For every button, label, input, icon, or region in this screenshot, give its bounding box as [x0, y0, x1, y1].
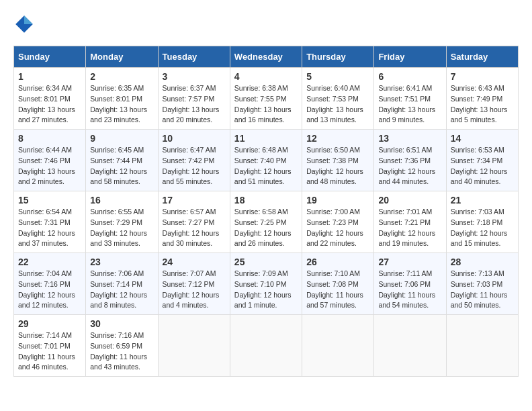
page-header: [13, 13, 519, 35]
day-number: 12: [306, 133, 369, 144]
day-info: Sunrise: 6:55 AM Sunset: 7:29 PM Dayligh…: [90, 207, 153, 249]
day-info: Sunrise: 7:14 AM Sunset: 7:01 PM Dayligh…: [18, 330, 81, 373]
weekday-header-thursday: Thursday: [302, 46, 374, 68]
logo: [13, 13, 38, 35]
day-number: 23: [90, 257, 153, 267]
day-number: 28: [451, 257, 514, 267]
day-number: 13: [378, 133, 441, 144]
day-info: Sunrise: 7:04 AM Sunset: 7:16 PM Dayligh…: [18, 269, 81, 311]
calendar-week-3: 15Sunrise: 6:54 AM Sunset: 7:31 PM Dayli…: [14, 191, 519, 253]
calendar-cell: 19Sunrise: 7:00 AM Sunset: 7:23 PM Dayli…: [302, 191, 374, 253]
calendar-cell: 3Sunrise: 6:37 AM Sunset: 7:57 PM Daylig…: [158, 68, 230, 130]
day-number: 20: [378, 195, 441, 205]
calendar-cell: 17Sunrise: 6:57 AM Sunset: 7:27 PM Dayli…: [158, 191, 230, 253]
day-info: Sunrise: 7:06 AM Sunset: 7:14 PM Dayligh…: [90, 269, 153, 311]
calendar-cell: 27Sunrise: 7:11 AM Sunset: 7:06 PM Dayli…: [374, 253, 446, 315]
day-info: Sunrise: 7:09 AM Sunset: 7:10 PM Dayligh…: [234, 269, 298, 311]
day-number: 24: [163, 257, 226, 267]
calendar-cell: 28Sunrise: 7:13 AM Sunset: 7:03 PM Dayli…: [446, 253, 518, 315]
calendar-cell: 26Sunrise: 7:10 AM Sunset: 7:08 PM Dayli…: [302, 253, 374, 315]
calendar-header: SundayMondayTuesdayWednesdayThursdayFrid…: [14, 46, 519, 68]
day-number: 29: [18, 318, 81, 329]
day-number: 19: [306, 195, 369, 205]
day-info: Sunrise: 6:38 AM Sunset: 7:55 PM Dayligh…: [234, 83, 298, 126]
day-number: 27: [378, 257, 441, 267]
day-number: 16: [90, 195, 153, 205]
day-info: Sunrise: 6:58 AM Sunset: 7:25 PM Dayligh…: [234, 207, 298, 249]
day-info: Sunrise: 6:37 AM Sunset: 7:57 PM Dayligh…: [163, 83, 226, 126]
calendar-cell: [446, 315, 518, 377]
day-number: 3: [163, 71, 226, 82]
day-info: Sunrise: 6:57 AM Sunset: 7:27 PM Dayligh…: [163, 207, 226, 249]
day-info: Sunrise: 6:47 AM Sunset: 7:42 PM Dayligh…: [163, 145, 226, 187]
calendar-cell: 8Sunrise: 6:44 AM Sunset: 7:46 PM Daylig…: [14, 130, 86, 191]
calendar-cell: 11Sunrise: 6:48 AM Sunset: 7:40 PM Dayli…: [230, 130, 302, 191]
calendar-week-4: 22Sunrise: 7:04 AM Sunset: 7:16 PM Dayli…: [14, 253, 519, 315]
logo-icon: [13, 13, 35, 35]
calendar-cell: 2Sunrise: 6:35 AM Sunset: 8:01 PM Daylig…: [86, 68, 158, 130]
day-info: Sunrise: 6:48 AM Sunset: 7:40 PM Dayligh…: [234, 145, 298, 187]
calendar-cell: [158, 315, 230, 377]
day-number: 22: [18, 257, 81, 267]
calendar-cell: 23Sunrise: 7:06 AM Sunset: 7:14 PM Dayli…: [86, 253, 158, 315]
calendar-cell: 29Sunrise: 7:14 AM Sunset: 7:01 PM Dayli…: [14, 315, 86, 377]
day-number: 11: [234, 133, 298, 144]
weekday-header-saturday: Saturday: [446, 46, 518, 68]
svg-marker-1: [24, 15, 33, 24]
calendar-cell: 12Sunrise: 6:50 AM Sunset: 7:38 PM Dayli…: [302, 130, 374, 191]
day-number: 2: [90, 71, 153, 82]
calendar-cell: 25Sunrise: 7:09 AM Sunset: 7:10 PM Dayli…: [230, 253, 302, 315]
day-info: Sunrise: 6:41 AM Sunset: 7:51 PM Dayligh…: [378, 83, 441, 126]
calendar-cell: 18Sunrise: 6:58 AM Sunset: 7:25 PM Dayli…: [230, 191, 302, 253]
day-info: Sunrise: 6:43 AM Sunset: 7:49 PM Dayligh…: [451, 83, 514, 126]
calendar-cell: 30Sunrise: 7:16 AM Sunset: 6:59 PM Dayli…: [86, 315, 158, 377]
day-info: Sunrise: 6:34 AM Sunset: 8:01 PM Dayligh…: [18, 83, 81, 126]
day-number: 17: [163, 195, 226, 205]
calendar-cell: 6Sunrise: 6:41 AM Sunset: 7:51 PM Daylig…: [374, 68, 446, 130]
weekday-header-sunday: Sunday: [14, 46, 86, 68]
day-number: 6: [378, 71, 441, 82]
weekday-header-row: SundayMondayTuesdayWednesdayThursdayFrid…: [14, 46, 519, 68]
day-info: Sunrise: 7:13 AM Sunset: 7:03 PM Dayligh…: [451, 269, 514, 311]
day-number: 18: [234, 195, 298, 205]
day-info: Sunrise: 7:16 AM Sunset: 6:59 PM Dayligh…: [90, 330, 153, 373]
calendar-cell: 5Sunrise: 6:40 AM Sunset: 7:53 PM Daylig…: [302, 68, 374, 130]
day-number: 10: [163, 133, 226, 144]
day-info: Sunrise: 6:54 AM Sunset: 7:31 PM Dayligh…: [18, 207, 81, 249]
calendar-cell: 10Sunrise: 6:47 AM Sunset: 7:42 PM Dayli…: [158, 130, 230, 191]
calendar-cell: 13Sunrise: 6:51 AM Sunset: 7:36 PM Dayli…: [374, 130, 446, 191]
calendar-cell: 20Sunrise: 7:01 AM Sunset: 7:21 PM Dayli…: [374, 191, 446, 253]
calendar-cell: 24Sunrise: 7:07 AM Sunset: 7:12 PM Dayli…: [158, 253, 230, 315]
weekday-header-friday: Friday: [374, 46, 446, 68]
day-info: Sunrise: 6:44 AM Sunset: 7:46 PM Dayligh…: [18, 145, 81, 187]
day-info: Sunrise: 7:10 AM Sunset: 7:08 PM Dayligh…: [306, 269, 369, 311]
day-info: Sunrise: 6:53 AM Sunset: 7:34 PM Dayligh…: [451, 145, 514, 187]
day-number: 15: [18, 195, 81, 205]
day-info: Sunrise: 6:50 AM Sunset: 7:38 PM Dayligh…: [306, 145, 369, 187]
calendar-cell: [374, 315, 446, 377]
calendar-table: SundayMondayTuesdayWednesdayThursdayFrid…: [13, 46, 519, 377]
weekday-header-wednesday: Wednesday: [230, 46, 302, 68]
day-number: 26: [306, 257, 369, 267]
day-info: Sunrise: 7:00 AM Sunset: 7:23 PM Dayligh…: [306, 207, 369, 249]
calendar-cell: 22Sunrise: 7:04 AM Sunset: 7:16 PM Dayli…: [14, 253, 86, 315]
day-number: 21: [451, 195, 514, 205]
day-info: Sunrise: 7:03 AM Sunset: 7:18 PM Dayligh…: [451, 207, 514, 249]
calendar-week-2: 8Sunrise: 6:44 AM Sunset: 7:46 PM Daylig…: [14, 130, 519, 191]
calendar-cell: 4Sunrise: 6:38 AM Sunset: 7:55 PM Daylig…: [230, 68, 302, 130]
calendar-cell: 21Sunrise: 7:03 AM Sunset: 7:18 PM Dayli…: [446, 191, 518, 253]
weekday-header-monday: Monday: [86, 46, 158, 68]
calendar-cell: 9Sunrise: 6:45 AM Sunset: 7:44 PM Daylig…: [86, 130, 158, 191]
day-number: 14: [451, 133, 514, 144]
calendar-cell: [230, 315, 302, 377]
calendar-body: 1Sunrise: 6:34 AM Sunset: 8:01 PM Daylig…: [14, 68, 519, 377]
calendar-cell: 15Sunrise: 6:54 AM Sunset: 7:31 PM Dayli…: [14, 191, 86, 253]
day-number: 25: [234, 257, 298, 267]
calendar-cell: 16Sunrise: 6:55 AM Sunset: 7:29 PM Dayli…: [86, 191, 158, 253]
day-info: Sunrise: 6:35 AM Sunset: 8:01 PM Dayligh…: [90, 83, 153, 126]
calendar-cell: 1Sunrise: 6:34 AM Sunset: 8:01 PM Daylig…: [14, 68, 86, 130]
calendar-week-5: 29Sunrise: 7:14 AM Sunset: 7:01 PM Dayli…: [14, 315, 519, 377]
calendar-cell: 14Sunrise: 6:53 AM Sunset: 7:34 PM Dayli…: [446, 130, 518, 191]
day-number: 9: [90, 133, 153, 144]
day-info: Sunrise: 7:01 AM Sunset: 7:21 PM Dayligh…: [378, 207, 441, 249]
